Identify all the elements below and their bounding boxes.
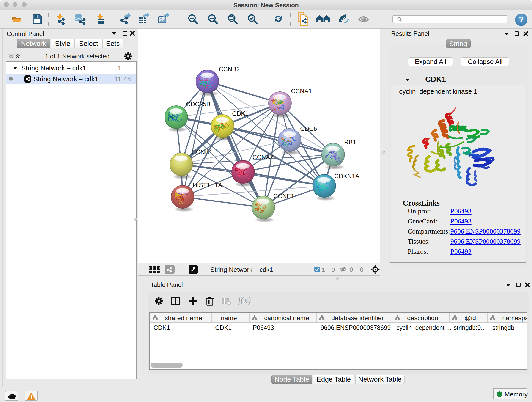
svg-text:CCNA2: CCNA2: [253, 154, 273, 161]
svg-text:CCNB2: CCNB2: [219, 66, 240, 73]
svg-text:CDC25B: CDC25B: [186, 101, 210, 108]
svg-text:RB1: RB1: [344, 139, 356, 146]
svg-text:CDKN1A: CDKN1A: [334, 173, 360, 180]
svg-text:HIST1H1A: HIST1H1A: [193, 182, 222, 189]
svg-text:CCNE1: CCNE1: [273, 193, 294, 200]
svg-text:CCNB1: CCNB1: [191, 149, 213, 156]
svg-text:CDC6: CDC6: [300, 125, 317, 132]
svg-text:CCNA1: CCNA1: [291, 88, 312, 95]
svg-text:CDK1: CDK1: [232, 110, 249, 117]
